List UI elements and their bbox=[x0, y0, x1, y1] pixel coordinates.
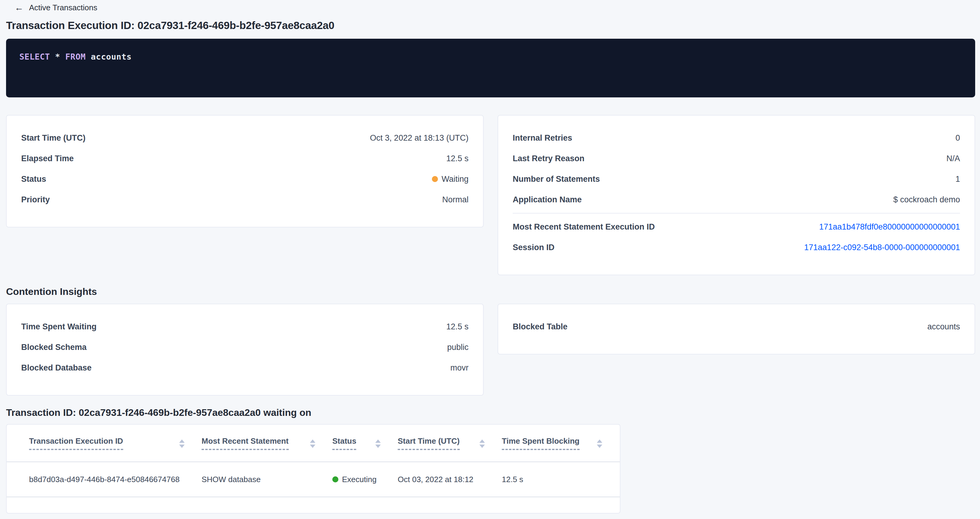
contention-insights-heading: Contention Insights bbox=[6, 286, 975, 297]
page: ← Active Transactions Transaction Execut… bbox=[0, 0, 980, 519]
status-executing-dot-icon bbox=[332, 476, 338, 482]
waiting-on-heading: Transaction ID: 02ca7931-f246-469b-b2fe-… bbox=[6, 407, 975, 418]
sql-table-name: accounts bbox=[91, 52, 132, 61]
sql-statement-box: SELECT * FROM accounts bbox=[6, 39, 975, 97]
sort-arrows-icon bbox=[597, 440, 602, 448]
summary-row-status: Status Waiting bbox=[21, 169, 469, 189]
summary-row-application-name: Application Name $ cockroach demo bbox=[513, 189, 960, 210]
content-container: ← Active Transactions Transaction Execut… bbox=[0, 0, 980, 514]
contention-row-blocked-table: Blocked Table accounts bbox=[513, 316, 960, 337]
cell-transaction-execution-id: b8d7d03a-d497-446b-8474-e50846674768 bbox=[29, 475, 202, 484]
row-value: N/A bbox=[947, 154, 960, 163]
waiting-on-table: Transaction Execution ID Most Recent Sta… bbox=[6, 424, 620, 514]
sort-arrows-icon bbox=[179, 440, 185, 448]
cell-time-spent-blocking: 12.5 s bbox=[502, 475, 619, 484]
status-badge: Waiting bbox=[432, 175, 469, 184]
column-header-label: Transaction Execution ID bbox=[29, 436, 123, 450]
sql-keyword-from: FROM bbox=[65, 52, 86, 61]
row-label: Number of Statements bbox=[513, 175, 600, 184]
column-header-transaction-execution-id[interactable]: Transaction Execution ID bbox=[29, 436, 202, 450]
back-arrow-icon: ← bbox=[14, 3, 24, 12]
row-label: Blocked Schema bbox=[21, 343, 87, 352]
row-label: Last Retry Reason bbox=[513, 154, 584, 163]
contention-details-card: Time Spent Waiting 12.5 s Blocked Schema… bbox=[6, 304, 484, 395]
row-label: Time Spent Waiting bbox=[21, 322, 97, 332]
column-header-time-spent-blocking[interactable]: Time Spent Blocking bbox=[502, 436, 619, 450]
column-header-most-recent-statement[interactable]: Most Recent Statement bbox=[202, 436, 332, 450]
summary-row-priority: Priority Normal bbox=[21, 189, 469, 210]
row-value: 12.5 s bbox=[446, 154, 469, 163]
sort-arrows-icon bbox=[375, 440, 381, 448]
row-value: public bbox=[447, 343, 469, 352]
row-value: accounts bbox=[928, 322, 960, 332]
row-value: movr bbox=[450, 363, 469, 373]
row-label: Session ID bbox=[513, 243, 554, 252]
row-label: Internal Retries bbox=[513, 133, 572, 143]
row-label: Priority bbox=[21, 195, 50, 205]
summary-cards-row: Start Time (UTC) Oct 3, 2022 at 18:13 (U… bbox=[6, 115, 975, 275]
blocked-table-card: Blocked Table accounts bbox=[498, 304, 975, 354]
row-label: Most Recent Statement Execution ID bbox=[513, 222, 655, 232]
summary-row-elapsed-time: Elapsed Time 12.5 s bbox=[21, 148, 469, 169]
row-value: Normal bbox=[442, 195, 469, 205]
column-header-label: Most Recent Statement bbox=[202, 436, 289, 450]
contention-row-time-spent-waiting: Time Spent Waiting 12.5 s bbox=[21, 316, 469, 337]
row-value: Oct 3, 2022 at 18:13 (UTC) bbox=[370, 133, 469, 143]
column-header-start-time[interactable]: Start Time (UTC) bbox=[398, 436, 502, 450]
back-link-label: Active Transactions bbox=[29, 3, 97, 13]
row-label: Elapsed Time bbox=[21, 154, 74, 163]
row-value: $ cockroach demo bbox=[893, 195, 960, 205]
status-label: Executing bbox=[342, 475, 377, 484]
cell-start-time: Oct 03, 2022 at 18:12 bbox=[398, 475, 502, 484]
page-title: Transaction Execution ID: 02ca7931-f246-… bbox=[6, 19, 975, 32]
cell-most-recent-statement: SHOW database bbox=[202, 475, 332, 484]
card-divider bbox=[513, 213, 960, 214]
summary-row-last-retry-reason: Last Retry Reason N/A bbox=[513, 148, 960, 169]
column-header-status[interactable]: Status bbox=[332, 436, 398, 450]
contention-cards-row: Time Spent Waiting 12.5 s Blocked Schema… bbox=[6, 304, 975, 395]
summary-row-number-of-statements: Number of Statements 1 bbox=[513, 169, 960, 189]
statement-execution-id-link[interactable]: 171aa1b478fdf0e80000000000000001 bbox=[819, 222, 960, 232]
sort-arrows-icon bbox=[310, 440, 315, 448]
contention-row-blocked-database: Blocked Database movr bbox=[21, 357, 469, 378]
statement-details-card: Internal Retries 0 Last Retry Reason N/A… bbox=[498, 115, 975, 275]
summary-row-session-id: Session ID 171aa122-c092-54b8-0000-00000… bbox=[513, 237, 960, 258]
sql-keyword-select: SELECT bbox=[19, 52, 50, 61]
session-id-link[interactable]: 171aa122-c092-54b8-0000-000000000001 bbox=[804, 243, 960, 252]
summary-row-start-time: Start Time (UTC) Oct 3, 2022 at 18:13 (U… bbox=[21, 128, 469, 148]
cell-status: Executing bbox=[332, 475, 398, 484]
row-label: Status bbox=[21, 175, 46, 184]
status-label: Waiting bbox=[442, 175, 469, 184]
table-row: b8d7d03a-d497-446b-8474-e50846674768 SHO… bbox=[7, 462, 620, 497]
back-to-active-transactions-link[interactable]: ← Active Transactions bbox=[14, 3, 97, 13]
transaction-summary-card: Start Time (UTC) Oct 3, 2022 at 18:13 (U… bbox=[6, 115, 484, 227]
row-label: Blocked Table bbox=[513, 322, 568, 332]
summary-row-statement-execution-id: Most Recent Statement Execution ID 171aa… bbox=[513, 217, 960, 237]
row-value: 12.5 s bbox=[446, 322, 469, 332]
column-header-label: Time Spent Blocking bbox=[502, 436, 579, 450]
row-label: Application Name bbox=[513, 195, 582, 205]
breadcrumb: ← Active Transactions bbox=[14, 0, 975, 11]
status-waiting-dot-icon bbox=[432, 176, 438, 182]
sort-arrows-icon bbox=[479, 440, 485, 448]
summary-row-internal-retries: Internal Retries 0 bbox=[513, 128, 960, 148]
row-label: Start Time (UTC) bbox=[21, 133, 86, 143]
row-value: 1 bbox=[956, 175, 960, 184]
row-value: 0 bbox=[956, 133, 960, 143]
column-header-label: Status bbox=[332, 436, 356, 450]
sql-star: * bbox=[55, 52, 60, 61]
column-header-label: Start Time (UTC) bbox=[398, 436, 460, 450]
table-header-row: Transaction Execution ID Most Recent Sta… bbox=[7, 425, 620, 462]
contention-row-blocked-schema: Blocked Schema public bbox=[21, 337, 469, 357]
row-label: Blocked Database bbox=[21, 363, 92, 373]
